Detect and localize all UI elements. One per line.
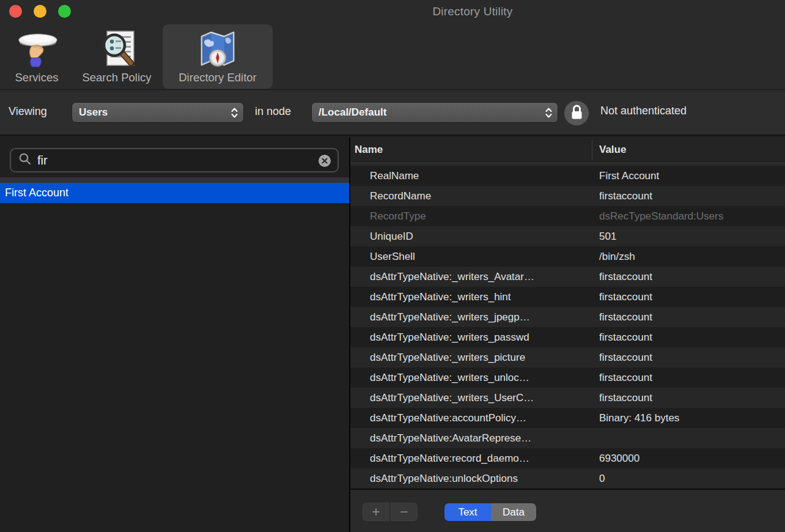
attr-name-cell: RealName (350, 170, 599, 182)
table-row[interactable]: dsAttrTypeNative:_writers_hint firstacco… (350, 287, 785, 307)
toolbar-item-directory-editor[interactable]: Directory Editor (163, 24, 273, 89)
auth-status: Not authenticated (600, 105, 687, 117)
attr-value-cell: 0 (599, 473, 785, 485)
attr-value-cell: firstaccount (599, 271, 785, 283)
toolbar-item-services[interactable]: Services (5, 24, 68, 89)
attr-name-cell: RecordType (350, 210, 599, 223)
search-policy-icon (97, 30, 137, 69)
attr-name-cell: dsAttrTypeNative:_writers_Avatar… (350, 271, 599, 283)
toolbar-item-search-policy[interactable]: Search Policy (72, 24, 161, 89)
attr-name-cell: dsAttrTypeNative:unlockOptions (350, 473, 599, 485)
services-icon (12, 31, 62, 69)
toolbar-item-label: Search Policy (82, 71, 151, 84)
attr-value-cell: 501 (599, 231, 785, 243)
attr-name-cell: RecordName (350, 190, 599, 202)
table-row[interactable]: dsAttrTypeNative:record_daemo… 6930000 (350, 448, 785, 468)
table-row[interactable]: dsAttrTypeNative:_writers_passwd firstac… (350, 327, 785, 347)
add-attribute-button[interactable]: + (363, 503, 389, 521)
in-node-label: in node (255, 105, 291, 118)
record-type-select[interactable]: Users (72, 103, 243, 122)
table-row[interactable]: dsAttrTypeNative:unlockOptions 0 (350, 468, 785, 489)
record-list-pane: First Account (0, 137, 349, 532)
chevron-updown-icon (545, 107, 553, 122)
attr-value-cell: firstaccount (599, 352, 785, 364)
remove-attribute-button[interactable]: − (391, 503, 418, 521)
table-row[interactable]: dsAttrTypeNative:_writers_jpegp… firstac… (350, 307, 785, 327)
attr-name-cell: dsAttrTypeNative:_writers_jpegp… (350, 311, 599, 323)
attr-name-cell: UniqueID (350, 231, 599, 243)
attr-value-cell: 6930000 (599, 453, 785, 465)
attr-name-cell: dsAttrTypeNative:_writers_unloc… (350, 372, 599, 384)
window-title: Directory Utility (0, 5, 785, 18)
table-row[interactable]: dsAttrTypeNative:_writers_UserC… firstac… (350, 388, 785, 408)
search-field[interactable] (10, 148, 339, 172)
toolbar-item-label: Directory Editor (179, 71, 256, 84)
attr-value-cell: firstaccount (599, 331, 785, 344)
attr-name-cell: dsAttrTypeNative:accountPolicy… (350, 412, 599, 424)
attr-value-cell: dsRecTypeStandard:Users (599, 210, 785, 223)
table-row[interactable]: dsAttrTypeNative:AvatarReprese… (350, 428, 785, 448)
table-row[interactable]: UserShell /bin/zsh (350, 246, 785, 267)
lock-icon (570, 104, 583, 123)
search-icon (18, 152, 32, 168)
column-header-value[interactable]: Value (599, 144, 626, 156)
table-header: Name Value (350, 137, 785, 163)
toolbar: Services (0, 23, 785, 90)
column-header-name[interactable]: Name (355, 144, 383, 156)
table-row[interactable]: dsAttrTypeNative:_writers_picture firsta… (350, 347, 785, 368)
node-value: /Local/Default (319, 106, 386, 119)
attr-value-cell: firstaccount (599, 311, 785, 323)
titlebar: Directory Utility (0, 0, 785, 23)
plus-icon: + (372, 505, 380, 519)
column-divider[interactable] (592, 140, 592, 160)
chevron-updown-icon (230, 107, 238, 122)
attr-name-cell: dsAttrTypeNative:_writers_passwd (350, 331, 599, 344)
attr-name-cell: dsAttrTypeNative:_writers_UserC… (350, 392, 599, 404)
attributes-pane: Name Value RealName First Account Record… (350, 137, 785, 532)
toolbar-item-label: Services (15, 71, 59, 84)
list-item-first-account[interactable]: First Account (0, 183, 349, 203)
attr-name-cell: dsAttrTypeNative:AvatarReprese… (350, 432, 599, 445)
search-input[interactable] (37, 153, 311, 168)
attr-name-cell: dsAttrTypeNative:_writers_hint (350, 291, 599, 303)
attr-name-cell: dsAttrTypeNative:_writers_picture (350, 352, 599, 364)
table-row[interactable]: UniqueID 501 (350, 226, 785, 246)
viewing-label: Viewing (9, 105, 47, 118)
table-row[interactable]: RealName First Account (350, 166, 785, 186)
attr-name-cell: dsAttrTypeNative:record_daemo… (350, 453, 599, 465)
table-row[interactable]: RecordType dsRecTypeStandard:Users (350, 206, 785, 226)
node-select[interactable]: /Local/Default (312, 103, 558, 122)
clear-search-button[interactable] (319, 155, 331, 167)
attr-name-cell: UserShell (350, 251, 599, 263)
record-list-header (0, 177, 349, 183)
attr-value-cell: firstaccount (599, 372, 785, 384)
segment-text[interactable]: Text (444, 503, 491, 521)
list-item-label: First Account (5, 187, 68, 199)
minus-icon: − (400, 505, 408, 519)
attr-value-cell: firstaccount (599, 291, 785, 303)
attr-value-cell: First Account (599, 170, 785, 182)
record-type-value: Users (79, 106, 108, 119)
directory-utility-window: Directory Utility Services (0, 0, 785, 532)
attr-value-cell: firstaccount (599, 392, 785, 404)
table-row[interactable]: dsAttrTypeNative:accountPolicy… Binary: … (350, 408, 785, 428)
authenticate-lock-button[interactable] (564, 101, 589, 125)
table-row[interactable]: dsAttrTypeNative:_writers_Avatar… firsta… (350, 267, 785, 287)
segment-data[interactable]: Data (491, 503, 536, 521)
table-row[interactable]: RecordName firstaccount (350, 186, 785, 206)
view-mode-segmented-control: Text Data (444, 503, 536, 521)
table-row[interactable]: dsAttrTypeNative:_writers_unloc… firstac… (350, 368, 785, 388)
table-footer: + − Text Data (350, 489, 785, 532)
directory-editor-icon (196, 30, 239, 69)
viewing-bar: Viewing Users in node /Local/Default (0, 90, 785, 136)
attr-value-cell: firstaccount (599, 190, 785, 202)
attr-value-cell: Binary: 416 bytes (599, 412, 785, 424)
attributes-table: RealName First Account RecordName firsta… (350, 166, 785, 489)
attr-value-cell: /bin/zsh (599, 251, 785, 263)
